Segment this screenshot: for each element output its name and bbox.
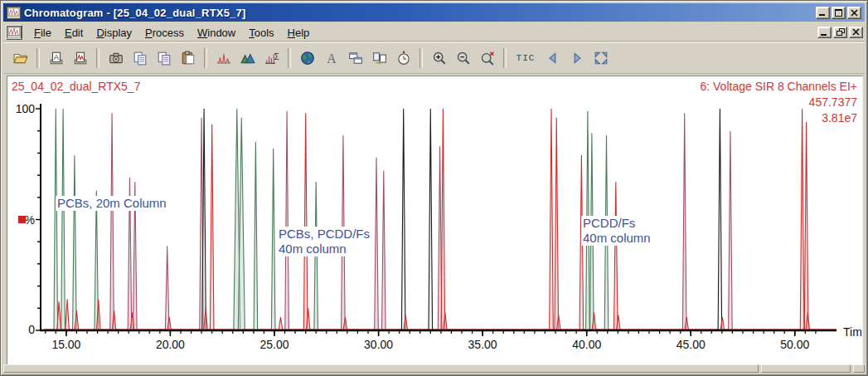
chart-annotation-1: PCBs, 20m Column [56, 196, 168, 211]
peak [303, 113, 308, 330]
peak [202, 109, 206, 330]
camera-icon[interactable] [104, 47, 127, 69]
menu-item-window[interactable]: Window [191, 25, 242, 41]
x-tick-label: 30.00 [364, 338, 393, 351]
function-label: 6: Voltage SIR 8 Channels EI+ [700, 79, 857, 95]
chart-annotation-3: PCDD/Fs40m column [581, 216, 652, 246]
function-header: 6: Voltage SIR 8 Channels EI+ 457.7377 3… [700, 79, 857, 126]
paste-icon[interactable] [177, 47, 199, 69]
x-tick-label: 15.00 [51, 338, 80, 351]
app-icon [7, 7, 21, 19]
window-layout-icon[interactable] [344, 47, 366, 69]
toolbar: AΣATIC [3, 42, 865, 74]
zoom-in-icon[interactable] [428, 47, 450, 69]
intensity-label: 3.81e7 [700, 110, 857, 126]
annotate-text-icon[interactable]: A [320, 47, 342, 69]
close-button[interactable] [847, 7, 861, 19]
peak [555, 118, 559, 330]
prev-function-icon[interactable] [541, 47, 564, 69]
mdi-minimize-button[interactable] [817, 27, 832, 38]
title-bar: Chromatogram - [25_04_02_dual_RTX5_7] [3, 3, 865, 22]
resize-grip[interactable] [853, 364, 865, 373]
x-tick-label: 40.00 [572, 338, 601, 351]
y-axis-title: % [25, 213, 35, 227]
peak [800, 109, 804, 330]
menu-item-tools[interactable]: Tools [242, 25, 280, 41]
peak [61, 109, 65, 330]
spectrum-display-icon[interactable] [236, 47, 259, 69]
peak [65, 300, 70, 330]
window-title: Chromatogram - [25_04_02_dual_RTX5_7] [24, 7, 816, 19]
peak [429, 109, 433, 330]
next-function-icon[interactable] [565, 47, 588, 69]
minimize-button[interactable] [816, 7, 830, 19]
process-queue-icon[interactable] [368, 47, 390, 69]
peak [210, 125, 214, 330]
mdi-document-icon[interactable] [6, 25, 22, 40]
peak [804, 122, 808, 330]
toolbar-separator [96, 48, 99, 68]
x-tick-label: 45.00 [676, 338, 706, 351]
svg-text:Σ: Σ [274, 52, 279, 61]
mdi-restore-button[interactable] [833, 27, 847, 38]
toolbar-separator [204, 48, 207, 68]
open-icon[interactable] [9, 47, 32, 69]
chart-annotation-2: PCBs, PCDD/Fs40m column [277, 227, 371, 256]
zoom-out-icon[interactable] [452, 47, 474, 69]
peak [165, 247, 169, 331]
peak-integrate-icon[interactable]: Σ [260, 47, 283, 69]
tic-button[interactable]: TIC [512, 47, 540, 69]
peak [382, 171, 386, 330]
copy-icon[interactable] [129, 47, 151, 69]
chromatogram-window: Chromatogram - [25_04_02_dual_RTX5_7] Fi… [0, 0, 868, 376]
x-tick-label: 20.00 [156, 338, 185, 351]
trace-legend-marker [18, 216, 26, 223]
menu-item-edit[interactable]: Edit [58, 25, 90, 41]
menu-item-display[interactable]: Display [90, 25, 138, 41]
peak [614, 182, 618, 330]
peak [254, 142, 258, 330]
menu-item-file[interactable]: File [27, 25, 58, 41]
peak [73, 155, 77, 330]
full-scale-icon[interactable] [589, 47, 612, 69]
peak [550, 109, 554, 330]
menu-items: FileEditDisplayProcessWindowToolsHelp [27, 25, 316, 40]
zoom-reset-icon[interactable] [476, 47, 498, 69]
mass-label: 457.7377 [700, 95, 857, 110]
copy-list-icon[interactable] [153, 47, 175, 69]
peak [271, 149, 275, 330]
data-file-label: 25_04_02_dual_RTX5_7 [12, 80, 140, 93]
y-max-label: 100 [16, 102, 36, 115]
status-pane-secondary [761, 364, 851, 373]
peak [238, 118, 245, 330]
menu-item-help[interactable]: Help [281, 25, 317, 41]
x-tick-label: 50.00 [780, 338, 809, 351]
y-min-label: 0 [28, 323, 35, 336]
peak [401, 109, 405, 330]
toolbar-separator [419, 48, 423, 68]
maximize-button[interactable] [832, 7, 846, 19]
x-tick-label: 25.00 [259, 338, 289, 351]
toolbar-separator [288, 48, 291, 68]
menu-item-process[interactable]: Process [138, 25, 191, 41]
print-chrom-icon[interactable] [69, 47, 91, 69]
stopwatch-icon[interactable] [392, 47, 415, 69]
peak [441, 109, 445, 330]
chromatogram-display-icon[interactable] [212, 47, 235, 69]
svg-text:A: A [53, 53, 58, 61]
plot-area: 15.0020.0025.0030.0035.0040.0045.0050.00… [7, 76, 863, 365]
peak [729, 131, 733, 330]
x-axis-title: Time [843, 325, 862, 339]
print-text-icon[interactable]: A [45, 47, 67, 69]
peak [54, 109, 58, 330]
menu-bar: FileEditDisplayProcessWindowToolsHelp [3, 23, 865, 42]
mdi-close-button[interactable] [849, 27, 863, 38]
peak [285, 111, 289, 330]
globe-icon[interactable] [296, 47, 318, 69]
status-pane-main [3, 364, 759, 373]
peak [279, 317, 283, 330]
status-bar [3, 364, 865, 373]
svg-text:A: A [327, 51, 337, 66]
toolbar-separator [503, 48, 507, 68]
peak [110, 113, 114, 330]
